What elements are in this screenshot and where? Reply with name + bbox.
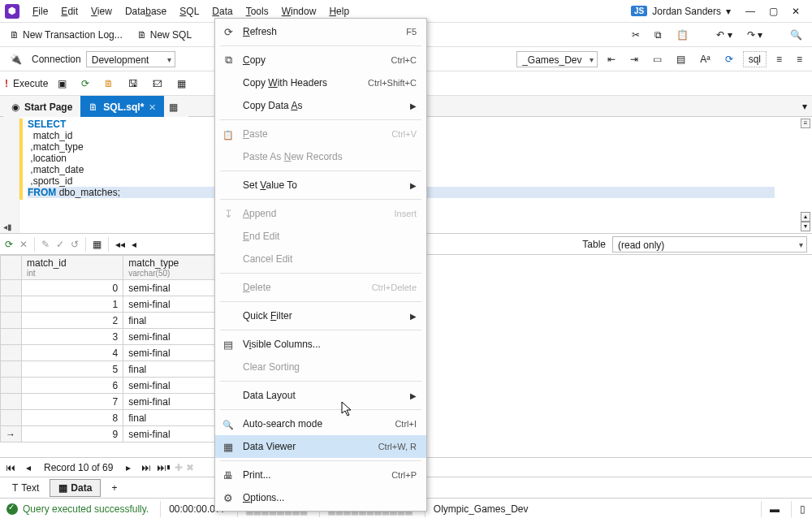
nav-end[interactable]: ⏭▮ bbox=[157, 462, 171, 473]
save-button[interactable]: 🖫 bbox=[123, 76, 143, 91]
scroll-down-icon[interactable]: ▾ bbox=[801, 222, 810, 231]
user-menu[interactable]: JS Jordan Sanders ▾ bbox=[631, 6, 731, 17]
cell-match-id[interactable]: 4 bbox=[22, 345, 123, 361]
tab-text[interactable]: TText bbox=[3, 479, 48, 497]
copy-button[interactable]: ⧉ bbox=[650, 28, 667, 42]
minimize-button[interactable]: — bbox=[739, 0, 762, 23]
tab-add[interactable]: + bbox=[102, 479, 126, 497]
cancel-grid-icon[interactable]: ✕ bbox=[19, 239, 28, 250]
editor-nav-prev[interactable]: ◂▮ bbox=[3, 222, 12, 231]
connection-combo[interactable]: Development bbox=[86, 51, 175, 67]
align-left-button[interactable]: ≡ bbox=[771, 52, 787, 67]
ctx-print[interactable]: Print...Ctrl+P bbox=[215, 464, 426, 486]
ctx-copy-headers[interactable]: Copy With HeadersCtrl+Shift+C bbox=[215, 71, 426, 94]
cell-match-id[interactable]: 1 bbox=[22, 296, 123, 313]
ctx-copy[interactable]: CopyCtrl+C bbox=[215, 49, 426, 71]
tab-data[interactable]: ▦Data bbox=[50, 479, 101, 497]
indent-button[interactable]: ⇥ bbox=[625, 52, 643, 67]
refresh-button[interactable]: ⟳ bbox=[720, 52, 738, 67]
ctx-quick-filter[interactable]: Quick Filter▶ bbox=[215, 304, 426, 327]
outdent-button[interactable]: ⇤ bbox=[603, 52, 620, 67]
tabs-dropdown[interactable]: ▾ bbox=[797, 99, 812, 114]
refresh-grid-icon[interactable]: ⟳ bbox=[5, 239, 13, 250]
status-message: Query executed successfully. bbox=[6, 503, 149, 515]
nav-prev[interactable]: ◂ bbox=[21, 462, 36, 473]
execute-button[interactable]: Execute bbox=[13, 78, 48, 89]
ctx-refresh[interactable]: RefreshF5 bbox=[215, 20, 426, 43]
ctx-auto-search[interactable]: Auto-search modeCtrl+I bbox=[215, 412, 426, 435]
ctx-set-value[interactable]: Set Value To▶ bbox=[215, 174, 426, 196]
ctx-paste-new: Paste As New Records bbox=[215, 145, 426, 168]
ctx-data-viewer[interactable]: Data ViewerCtrl+W, R bbox=[215, 435, 426, 458]
search-icon bbox=[220, 418, 236, 430]
menu-sql[interactable]: SQL bbox=[173, 0, 205, 23]
close-button[interactable]: ✕ bbox=[784, 0, 807, 23]
menu-database[interactable]: Database bbox=[119, 0, 173, 23]
sql-profile-button[interactable]: sql bbox=[743, 51, 767, 67]
tab-start-page[interactable]: ◉ Start Page bbox=[3, 96, 80, 117]
maximize-button[interactable]: ▢ bbox=[762, 0, 784, 23]
data-icon: ▦ bbox=[58, 479, 67, 497]
table-combo[interactable]: (read only) bbox=[612, 236, 807, 253]
undo-button[interactable]: ↶ ▾ bbox=[711, 28, 736, 42]
cell-match-id[interactable]: 6 bbox=[22, 378, 123, 394]
nav-del[interactable]: ✖ bbox=[186, 462, 194, 473]
status-layout-1[interactable]: ▬ bbox=[761, 501, 780, 517]
run-cursor-button[interactable]: ⟳ bbox=[76, 76, 94, 91]
prev-page-icon[interactable]: ◂ bbox=[132, 239, 136, 250]
new-transaction-button[interactable]: 🗎 New Transaction Log... bbox=[5, 28, 127, 42]
stop-button[interactable]: ▣ bbox=[53, 76, 71, 91]
cut-button[interactable]: ✂ bbox=[627, 28, 645, 42]
menu-edit[interactable]: Edit bbox=[54, 0, 84, 23]
cell-match-id[interactable]: 9 bbox=[22, 426, 123, 442]
editor-gutter bbox=[0, 117, 19, 233]
editor-scrollbar[interactable]: ≡ ▴ ▾ bbox=[801, 119, 810, 231]
first-page-icon[interactable]: ◂◂ bbox=[115, 239, 125, 250]
redo-button[interactable]: ↷ ▾ bbox=[742, 28, 767, 42]
plan-button[interactable]: 🗠 bbox=[148, 76, 167, 91]
align-right-button[interactable]: ≡ bbox=[792, 52, 807, 67]
col-match-id[interactable]: match_idint bbox=[22, 256, 123, 280]
nav-last[interactable]: ⏭ bbox=[139, 462, 153, 473]
new-sql-button[interactable]: 🗎 New SQL bbox=[132, 28, 197, 42]
log-icon: 🗎 bbox=[10, 29, 19, 41]
cell-match-id[interactable]: 8 bbox=[22, 410, 123, 426]
search-button[interactable]: 🔍 bbox=[785, 28, 807, 42]
scroll-up-icon[interactable]: ▴ bbox=[801, 212, 810, 222]
cell-match-id[interactable]: 2 bbox=[22, 313, 123, 329]
menu-view[interactable]: View bbox=[84, 0, 119, 23]
ctx-copy-as[interactable]: Copy Data As▶ bbox=[215, 94, 426, 117]
nav-next[interactable]: ▸ bbox=[121, 462, 136, 473]
rollback-icon[interactable]: ↺ bbox=[71, 239, 79, 250]
ctx-options[interactable]: Options... bbox=[215, 486, 426, 509]
connection-icon[interactable]: 🔌 bbox=[5, 52, 27, 67]
edit-row-icon[interactable]: ✎ bbox=[41, 239, 50, 250]
tab-sql[interactable]: 🗎 SQL.sql* ✕ bbox=[80, 96, 164, 117]
menu-file[interactable]: File bbox=[26, 0, 54, 23]
append-icon bbox=[220, 208, 236, 220]
ctx-visible-columns[interactable]: Visible Columns... bbox=[215, 333, 426, 356]
comment-button[interactable]: ▭ bbox=[648, 52, 667, 67]
commit-icon[interactable]: ✓ bbox=[56, 239, 64, 250]
cell-match-id[interactable]: 5 bbox=[22, 361, 123, 378]
status-layout-2[interactable]: ▯ bbox=[791, 501, 806, 517]
format-button[interactable]: ▤ bbox=[672, 52, 690, 67]
cell-match-id[interactable]: 0 bbox=[22, 280, 123, 296]
nav-first[interactable]: ⏮ bbox=[3, 462, 18, 473]
user-name: Jordan Sanders bbox=[652, 6, 721, 17]
close-icon[interactable]: ✕ bbox=[149, 97, 156, 118]
script-button[interactable]: 🗎 bbox=[99, 76, 119, 91]
cell-match-id[interactable]: 7 bbox=[22, 394, 123, 410]
ctx-data-layout[interactable]: Data Layout▶ bbox=[215, 384, 426, 407]
case-button[interactable]: Aª bbox=[695, 52, 715, 67]
row-indicator bbox=[1, 280, 22, 296]
grid-button[interactable]: ▦ bbox=[172, 76, 191, 91]
nav-add[interactable]: ✚ bbox=[175, 462, 183, 473]
paste-button[interactable]: 📋 bbox=[672, 28, 693, 42]
copy-icon bbox=[220, 54, 236, 67]
database-combo[interactable]: _Games_Dev bbox=[516, 51, 598, 67]
split-icon[interactable]: ≡ bbox=[801, 119, 810, 128]
cell-match-id[interactable]: 3 bbox=[22, 329, 123, 345]
grid-view-icon[interactable]: ▦ bbox=[93, 239, 102, 250]
tab-overflow[interactable]: ▦ bbox=[164, 96, 188, 117]
